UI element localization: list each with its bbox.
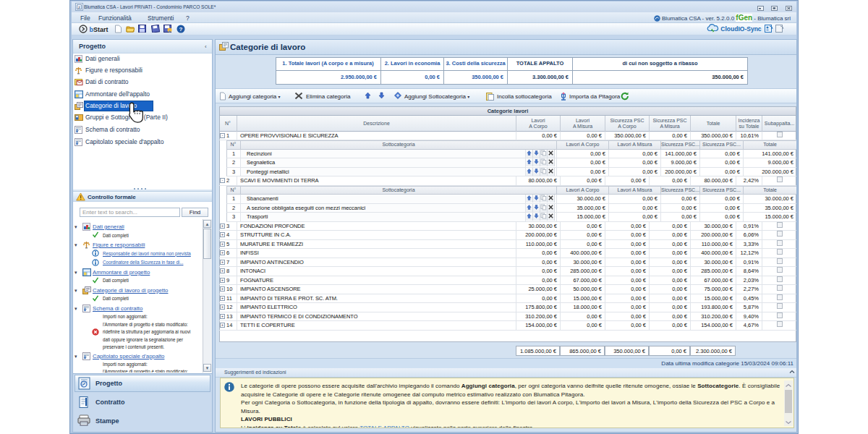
svg-text:?: ? xyxy=(179,26,183,33)
